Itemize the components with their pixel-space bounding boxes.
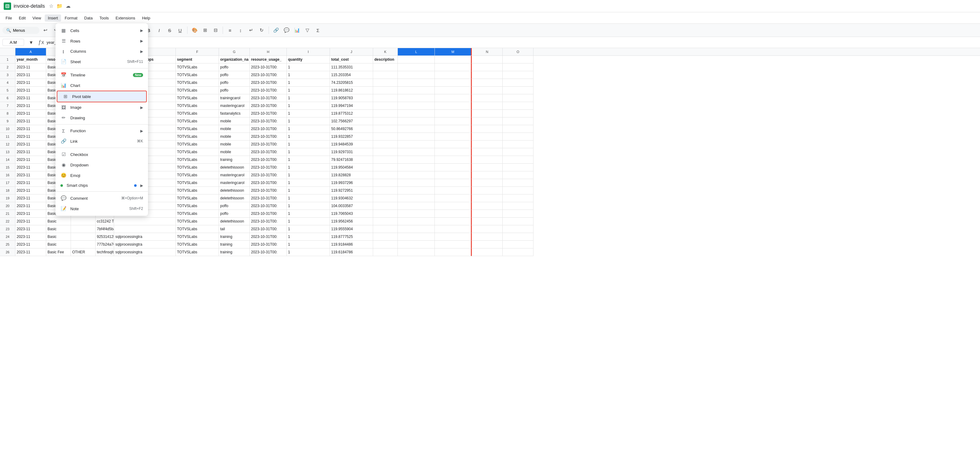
cell[interactable]: 1 bbox=[287, 225, 330, 233]
cell[interactable] bbox=[503, 125, 533, 133]
cell[interactable]: 119.7065043 bbox=[330, 210, 373, 217]
cell[interactable] bbox=[398, 117, 435, 125]
cell[interactable] bbox=[503, 210, 533, 217]
cell[interactable]: TOTVSLabs bbox=[176, 110, 219, 117]
cell[interactable] bbox=[503, 102, 533, 110]
cell[interactable]: 1 bbox=[287, 125, 330, 133]
cell[interactable] bbox=[373, 187, 398, 195]
cell[interactable]: 1 bbox=[287, 195, 330, 202]
cell[interactable] bbox=[373, 87, 398, 94]
cell[interactable] bbox=[435, 110, 472, 117]
col-header-a[interactable]: A bbox=[16, 48, 46, 55]
row-number[interactable]: 3 bbox=[0, 71, 16, 79]
cell[interactable]: TOTVSLabs bbox=[176, 225, 219, 233]
cell[interactable] bbox=[373, 133, 398, 141]
cell[interactable]: masteringcarol bbox=[219, 102, 250, 110]
cell[interactable]: mobile bbox=[219, 125, 250, 133]
cell[interactable]: 1 bbox=[287, 179, 330, 187]
cell[interactable] bbox=[398, 156, 435, 164]
strikethrough-btn[interactable]: S bbox=[165, 25, 174, 35]
row-number[interactable]: 15 bbox=[0, 164, 16, 171]
menu-item-columns[interactable]: ⫿ Columns ▶ bbox=[56, 46, 148, 56]
cell[interactable]: 119.9272951 bbox=[330, 187, 373, 195]
cell[interactable]: TOTVSLabs bbox=[176, 117, 219, 125]
cell[interactable]: segment bbox=[176, 56, 219, 63]
cell[interactable]: year_month bbox=[16, 56, 46, 63]
menu-extensions[interactable]: Extensions bbox=[113, 14, 138, 22]
cell[interactable]: 1 bbox=[287, 102, 330, 110]
cell[interactable]: training bbox=[219, 249, 250, 256]
cell[interactable]: 2023-11 bbox=[16, 210, 46, 217]
cell[interactable]: 2023-11 bbox=[16, 63, 46, 71]
cell[interactable]: cc31242 TOTVSLabs bbox=[95, 217, 114, 225]
menu-format[interactable]: Format bbox=[62, 14, 81, 22]
cell[interactable] bbox=[398, 71, 435, 79]
menu-item-image[interactable]: 🖼 Image ▶ bbox=[56, 102, 148, 113]
row-number[interactable]: 18 bbox=[0, 187, 16, 195]
cell[interactable] bbox=[435, 141, 472, 148]
cell[interactable] bbox=[472, 164, 503, 171]
menu-tools[interactable]: Tools bbox=[96, 14, 111, 22]
cell[interactable]: deletethissoon bbox=[219, 195, 250, 202]
row-number[interactable]: 10 bbox=[0, 125, 16, 133]
cell[interactable]: 119.9555904 bbox=[330, 225, 373, 233]
cell[interactable]: 2023-10-31T00: bbox=[250, 63, 287, 71]
menu-item-smart-chips[interactable]: Smart chips ▶ bbox=[56, 181, 148, 190]
cell[interactable]: 2023-11 bbox=[16, 249, 46, 256]
cell[interactable]: 7bf4f4d5bab55806284be61af bbox=[95, 225, 114, 233]
cell[interactable] bbox=[373, 195, 398, 202]
cell[interactable] bbox=[398, 179, 435, 187]
cell[interactable] bbox=[398, 195, 435, 202]
cell[interactable] bbox=[435, 233, 472, 241]
cell[interactable]: TOTVSLabs bbox=[176, 171, 219, 179]
cell[interactable]: 1 bbox=[287, 141, 330, 148]
cell[interactable] bbox=[373, 164, 398, 171]
cell[interactable] bbox=[435, 133, 472, 141]
col-header-l[interactable]: L bbox=[398, 48, 435, 55]
cell[interactable]: 2023-10-31T00: bbox=[250, 148, 287, 156]
cell[interactable]: 2023-10-31T00: bbox=[250, 225, 287, 233]
cell[interactable]: training bbox=[219, 233, 250, 241]
cell[interactable]: sqlprocessingtra bbox=[114, 249, 176, 256]
cell[interactable] bbox=[373, 94, 398, 102]
cell[interactable] bbox=[435, 125, 472, 133]
row-number[interactable]: 12 bbox=[0, 141, 16, 148]
cell[interactable]: 2023-10-31T00: bbox=[250, 241, 287, 249]
cell[interactable]: 2023-10-31T00: bbox=[250, 110, 287, 117]
underline-btn[interactable]: U bbox=[175, 25, 185, 35]
cell[interactable]: 115.203354 bbox=[330, 71, 373, 79]
cell[interactable]: 2023-11 bbox=[16, 241, 46, 249]
cell[interactable]: trainingcarol bbox=[219, 94, 250, 102]
cell[interactable]: 1 bbox=[287, 210, 330, 217]
cell[interactable]: TOTVSLabs bbox=[176, 233, 219, 241]
cell[interactable]: mobile bbox=[219, 141, 250, 148]
cell[interactable]: sqlprocessingtra bbox=[114, 233, 176, 241]
menu-help[interactable]: Help bbox=[139, 14, 153, 22]
cell[interactable] bbox=[373, 233, 398, 241]
cell[interactable]: training bbox=[219, 241, 250, 249]
cell[interactable]: 111.3535331 bbox=[330, 63, 373, 71]
col-header-f[interactable]: F bbox=[176, 48, 219, 55]
merge-btn[interactable]: ⊟ bbox=[211, 25, 220, 35]
cell[interactable] bbox=[503, 187, 533, 195]
cell[interactable] bbox=[503, 156, 533, 164]
cell[interactable] bbox=[472, 195, 503, 202]
cell[interactable]: techfinsqltraining f608f6b6c28242308adc3… bbox=[95, 249, 114, 256]
cell-reference[interactable] bbox=[2, 39, 24, 46]
italic-btn[interactable]: I bbox=[154, 25, 164, 35]
cell[interactable]: 2023-11 bbox=[16, 179, 46, 187]
cell[interactable] bbox=[435, 56, 472, 63]
row-number[interactable]: 21 bbox=[0, 210, 16, 217]
cell[interactable]: 2023-10-31T00: bbox=[250, 117, 287, 125]
cell[interactable] bbox=[398, 241, 435, 249]
cell[interactable]: 2023-10-31T00: bbox=[250, 217, 287, 225]
cell[interactable] bbox=[373, 102, 398, 110]
fill-color-btn[interactable]: 🎨 bbox=[190, 25, 199, 35]
cell[interactable]: 2023-10-31T00: bbox=[250, 125, 287, 133]
cell[interactable] bbox=[472, 79, 503, 87]
cell[interactable]: 2023-11 bbox=[16, 125, 46, 133]
row-number[interactable]: 16 bbox=[0, 171, 16, 179]
row-number[interactable]: 8 bbox=[0, 110, 16, 117]
cell[interactable]: 1 bbox=[287, 148, 330, 156]
cell[interactable] bbox=[472, 171, 503, 179]
